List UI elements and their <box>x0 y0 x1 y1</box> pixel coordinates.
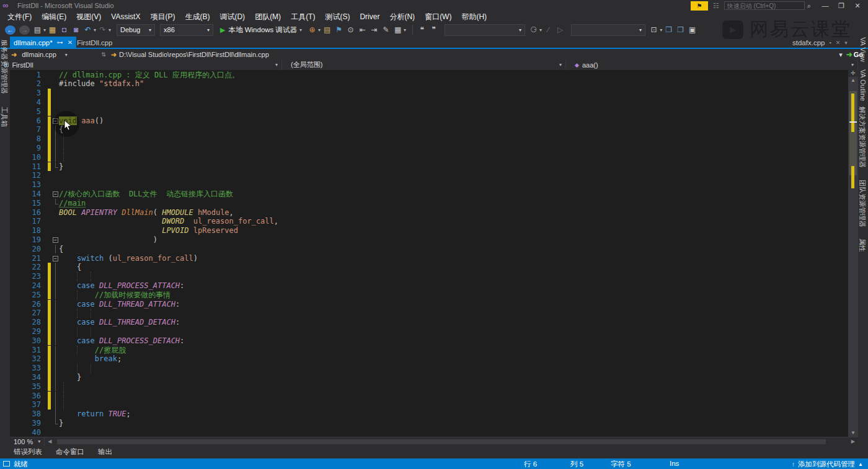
spinner-icon[interactable]: ⇅ <box>101 51 106 58</box>
chevron-down-icon[interactable]: ▾ <box>660 27 662 33</box>
code-line[interactable]: 23 <box>10 272 848 281</box>
menu-item[interactable]: 帮助(H) <box>456 11 492 23</box>
split-editor-icon[interactable]: ✛ <box>848 70 858 77</box>
find-next-icon[interactable]: ▷ <box>555 24 565 35</box>
code-line[interactable]: 35 <box>10 382 848 392</box>
file-path-dropdown[interactable]: D:\Visual Studio\repos\FirstDll\FirstDll… <box>119 51 843 59</box>
code-line[interactable]: 4 <box>10 98 848 107</box>
code-line[interactable]: 12 <box>10 171 848 180</box>
code-line[interactable]: 16BOOL APIENTRY DllMain( HMODULE hModule… <box>10 208 848 217</box>
tool-window-tab[interactable]: 团队资源管理器 <box>857 180 867 227</box>
project-dropdown[interactable]: ⊞ FirstDll ▾ <box>0 60 282 70</box>
minimize-button[interactable]: — <box>817 1 833 11</box>
code-line[interactable]: 10 <box>10 153 848 162</box>
menu-item[interactable]: Driver <box>355 11 384 23</box>
menu-item[interactable]: 项目(P) <box>145 11 180 23</box>
tab-stdafx[interactable]: stdafx.cpp ▪ ✕ ▾ <box>792 37 848 48</box>
code-line[interactable]: 15//main <box>10 199 848 208</box>
code-line[interactable]: 3 <box>10 89 848 98</box>
code-line[interactable]: 22 { <box>10 263 848 272</box>
new-file-icon[interactable]: ▤ <box>32 24 43 35</box>
code-line[interactable]: 25 //加载时候要做的事情 <box>10 291 848 300</box>
comment-icon[interactable]: ❝ <box>417 24 427 35</box>
panel-tab[interactable]: 命令窗口 <box>52 447 88 457</box>
fold-collapse-icon[interactable]: − <box>52 190 59 199</box>
code-line[interactable]: 24 case DLL_PROCESS_ATTACH: <box>10 281 848 291</box>
chevron-down-icon[interactable]: ▾ <box>43 27 46 33</box>
horizontal-scrollbar-track[interactable] <box>55 437 848 446</box>
pin-panel-icon[interactable]: ▣ <box>687 24 698 35</box>
code-line[interactable]: 6−void aaa() <box>10 116 848 126</box>
file-dropdown[interactable]: dllmain.cpp ▾ <box>19 50 100 59</box>
quick-launch-input[interactable] <box>724 1 805 10</box>
code-line[interactable]: 7{ <box>10 125 848 134</box>
menu-item[interactable]: 生成(B) <box>180 11 215 23</box>
code-line[interactable]: 1// dllmain.cpp : 定义 DLL 应用程序的入口点。 <box>10 71 848 80</box>
tool-window-tab[interactable]: 工具箱 <box>0 107 9 127</box>
find-options-icon[interactable]: ⚆ <box>528 24 539 35</box>
restore-button[interactable]: ❐ <box>833 1 849 11</box>
member-dropdown[interactable]: ◆ aaa() ▾ <box>566 60 858 70</box>
code-line[interactable]: 20{ <box>10 245 848 254</box>
pin-icon[interactable]: ⊶ <box>57 39 63 46</box>
code-line[interactable]: 26 case DLL_THREAD_ATTACH: <box>10 300 848 309</box>
code-line[interactable]: 29 <box>10 327 848 336</box>
code-editor[interactable]: 1// dllmain.cpp : 定义 DLL 应用程序的入口点。2#incl… <box>10 70 848 437</box>
save-icon[interactable]: ◘ <box>59 24 69 35</box>
start-debugging-button[interactable]: ▶ 本地 Windows 调试器 ▾ <box>216 24 306 36</box>
redo-icon[interactable]: ↷ <box>97 24 108 35</box>
platform-dropdown[interactable]: x86 ▾ <box>160 24 213 36</box>
feedback-icon[interactable]: ☷ <box>713 2 719 10</box>
menu-item[interactable]: 调试(D) <box>215 11 250 23</box>
code-line[interactable]: 21− switch (ul_reason_for_call) <box>10 254 848 263</box>
open-file-icon[interactable]: ▦ <box>47 24 58 35</box>
scroll-right-icon[interactable]: ▶ <box>848 439 858 444</box>
tool-window-tab[interactable]: VA View <box>859 37 867 62</box>
navigate-backward-icon[interactable]: ← <box>5 25 16 35</box>
menu-item[interactable]: 窗口(W) <box>420 11 456 23</box>
scroll-down-icon[interactable]: ▼ <box>848 430 858 436</box>
code-line[interactable]: 18 LPVOID lpReserved <box>10 226 848 235</box>
find-references-icon[interactable]: ⊙ <box>345 24 356 35</box>
fold-collapse-icon[interactable]: − <box>52 235 59 245</box>
file-list-icon[interactable]: ▤ <box>322 24 332 35</box>
code-line[interactable]: 38 return TRUE; <box>10 410 848 419</box>
code-line[interactable]: 5 <box>10 107 848 116</box>
navigate-forward-icon[interactable]: → <box>19 25 30 35</box>
tool-window-tab[interactable]: 服务器资源管理器 <box>0 40 9 94</box>
code-line[interactable]: 33 <box>10 364 848 373</box>
chevron-down-icon[interactable]: ▾ <box>539 27 542 33</box>
scope-dropdown[interactable]: (全局范围) ▾ <box>282 60 566 70</box>
code-line[interactable]: 34 } <box>10 373 848 382</box>
find-divider-icon[interactable]: ∕ <box>543 24 554 35</box>
tab-firstdll[interactable]: FirstDll.cpp <box>72 37 118 48</box>
chevron-down-icon[interactable]: ▾ <box>318 27 321 33</box>
menu-item[interactable]: 视图(V) <box>71 11 106 23</box>
close-button[interactable]: ✕ <box>849 1 866 11</box>
editor-zoom-dropdown[interactable]: 100 % ▾ <box>10 437 45 446</box>
panel-tab[interactable]: 错误列表 <box>10 447 46 457</box>
menu-item[interactable]: VAssistX <box>106 11 145 23</box>
replace-combo[interactable]: ▾ <box>571 24 645 36</box>
code-line[interactable]: 31 //擦屁股 <box>10 346 848 355</box>
code-line[interactable]: 36 <box>10 392 848 401</box>
window-layout-alt-icon[interactable]: ❒ <box>675 24 686 35</box>
attach-process-icon[interactable]: ⊕ <box>307 24 317 35</box>
find-combo[interactable]: ▾ <box>445 24 525 36</box>
clipboard-icon[interactable]: ▦ <box>392 24 403 35</box>
notification-flag-button[interactable]: ⚑ <box>691 1 708 11</box>
scroll-left-icon[interactable]: ◀ <box>45 439 55 444</box>
code-line[interactable]: 9 <box>10 144 848 153</box>
code-line[interactable]: 8 <box>10 134 848 144</box>
panel-tab[interactable]: 输出 <box>94 447 116 457</box>
menu-item[interactable]: 测试(S) <box>320 11 355 23</box>
code-line[interactable]: 19− ) <box>10 235 848 245</box>
chevron-down-icon[interactable]: ▾ <box>94 27 96 33</box>
chevron-down-icon[interactable]: ▾ <box>108 27 111 33</box>
tool-window-tab[interactable]: VA Outline <box>859 69 867 101</box>
code-line[interactable]: 28 case DLL_THREAD_DETACH: <box>10 318 848 327</box>
code-line[interactable]: 13 <box>10 180 848 190</box>
save-all-icon[interactable]: ◙ <box>71 24 81 35</box>
code-line[interactable]: 39} <box>10 419 848 428</box>
window-layout-icon[interactable]: ❐ <box>663 24 674 35</box>
